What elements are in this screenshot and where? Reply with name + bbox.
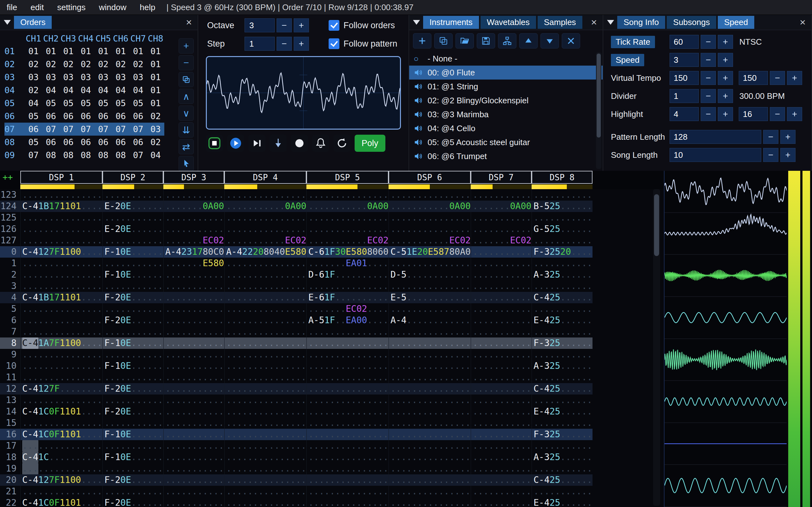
pattern-cell[interactable]: ............... [306, 463, 389, 474]
pattern-cell[interactable]: ........... [102, 280, 163, 292]
order-row[interactable]: 080506060606060602 [4, 135, 164, 149]
tab-orders[interactable]: Orders [14, 16, 52, 29]
divider-decrease-button[interactable] [701, 89, 716, 103]
highlight-second-decrease-button[interactable] [770, 107, 785, 121]
pattern-cell[interactable]: C-61F30E5808060 [306, 246, 389, 258]
save-instrument-floppy-icon[interactable] [477, 33, 495, 49]
pattern-cell[interactable]: ............... [224, 337, 306, 349]
order-row[interactable]: 060506060606060602 [4, 110, 164, 123]
pattern-cell[interactable]: ............... [389, 383, 471, 395]
pattern-cell[interactable]: ............... [306, 360, 389, 372]
pattern-cell[interactable]: ........... [102, 235, 163, 246]
speed-increase-button[interactable] [718, 53, 733, 67]
pattern-cell[interactable]: F-10E...... [102, 429, 163, 440]
pattern-cell[interactable]: ............... [20, 303, 102, 315]
pattern-cell[interactable]: F-10E...... [102, 246, 163, 258]
pattern-cell[interactable]: C-425...... [531, 474, 593, 486]
pattern-cell[interactable]: F-32520.... [531, 246, 593, 258]
pattern-cell[interactable]: ........... [163, 395, 224, 406]
virtual-tempo-den-decrease-button[interactable] [770, 71, 785, 85]
order-cell[interactable]: 01 [130, 45, 147, 58]
tab-instruments[interactable]: Instruments [423, 16, 479, 29]
follow-orders-checkbox[interactable] [328, 20, 339, 31]
pattern-cell[interactable]: ............... [224, 315, 306, 326]
pattern-cell[interactable]: ........... [471, 372, 531, 383]
order-cell[interactable]: 06 [42, 135, 60, 149]
pattern-cell[interactable]: ........... [531, 372, 593, 383]
octave-input[interactable]: 3 [245, 18, 275, 32]
pattern-cell[interactable]: ............... [20, 372, 102, 383]
tab-subsongs[interactable]: Subsongs [667, 16, 716, 29]
pattern-cell[interactable]: ............... [20, 463, 102, 474]
pattern-cell[interactable]: ........... [163, 383, 224, 395]
pattern-cell[interactable]: ........... [471, 497, 531, 507]
pattern-cell[interactable]: ...........EC02 [306, 235, 389, 246]
pattern-cell[interactable]: ............... [20, 212, 102, 223]
pattern-cell[interactable]: ............... [224, 486, 306, 497]
instrument-item[interactable]: 06: @6 Trumpet [409, 149, 603, 163]
pattern-cell[interactable]: ............... [389, 189, 471, 201]
pattern-cell[interactable]: ............... [224, 474, 306, 486]
order-cell[interactable]: 04 [130, 83, 147, 97]
collapse-arrow-icon[interactable] [413, 20, 420, 25]
menu-item-file[interactable]: file [0, 3, 24, 12]
pattern-cell[interactable]: ............... [20, 440, 102, 452]
order-cell[interactable]: 08 [42, 149, 60, 162]
pattern-cell[interactable]: ...........0A00 [389, 201, 471, 212]
order-cell[interactable]: 04 [77, 83, 95, 97]
pattern-scrollbar-thumb[interactable] [654, 194, 659, 256]
pattern-cell[interactable]: ........... [163, 337, 224, 349]
order-cell[interactable]: 04 [95, 83, 112, 97]
pattern-cell[interactable]: ............... [389, 406, 471, 417]
order-cell[interactable]: 02 [25, 58, 42, 71]
pattern-cell[interactable]: .......EC02 [163, 235, 224, 246]
pattern-cell[interactable]: ............... [224, 383, 306, 395]
pattern-cell[interactable]: ............... [389, 486, 471, 497]
order-cell[interactable]: 04 [25, 97, 42, 110]
pattern-cell[interactable]: F-10E...... [102, 337, 163, 349]
pattern-cell[interactable]: ........... [471, 440, 531, 452]
pattern-cell[interactable]: ............... [224, 280, 306, 292]
pattern-cell[interactable]: ........... [471, 337, 531, 349]
collapse-arrow-icon[interactable] [607, 20, 614, 25]
pattern-cell[interactable]: ............... [224, 223, 306, 235]
pattern-cell[interactable]: ............... [389, 463, 471, 474]
pattern-cell[interactable]: ........... [163, 497, 224, 507]
pattern-cell[interactable]: ............... [224, 258, 306, 269]
pattern-cell[interactable]: ........... [531, 280, 593, 292]
pattern-cell[interactable]: .......E580 [163, 258, 224, 269]
pattern-cell[interactable]: ............... [20, 486, 102, 497]
pattern-cell[interactable]: ........... [531, 258, 593, 269]
order-cell[interactable]: 06 [95, 110, 112, 123]
pattern-cell[interactable]: A-422208040E580 [224, 246, 306, 258]
order-cell[interactable]: 01 [147, 45, 164, 58]
pattern-cell[interactable]: ........... [471, 417, 531, 429]
order-cell[interactable]: 01 [95, 45, 112, 58]
pattern-cell[interactable]: ........... [531, 486, 593, 497]
pattern-cell[interactable]: A-325...... [531, 269, 593, 280]
pattern-cell[interactable]: ............... [389, 258, 471, 269]
pattern-cell[interactable]: ............... [20, 360, 102, 372]
order-cell[interactable]: 05 [42, 97, 60, 110]
pattern-cell[interactable]: ............... [389, 212, 471, 223]
order-cell[interactable]: 03 [112, 71, 130, 83]
pattern-cell[interactable]: ........... [471, 395, 531, 406]
instrument-item[interactable]: 05: @5 Acoustic steel guitar [409, 135, 603, 149]
pattern-cell[interactable]: ............... [224, 349, 306, 360]
order-cell[interactable]: 08 [60, 149, 77, 162]
pattern-cell[interactable]: ........... [102, 486, 163, 497]
pattern-cell[interactable]: ........... [102, 258, 163, 269]
order-cell[interactable]: 02 [60, 58, 77, 71]
pattern-cell[interactable]: ............... [306, 383, 389, 395]
pattern-cell[interactable]: ........... [471, 360, 531, 372]
pattern-cell[interactable]: ........... [531, 463, 593, 474]
pattern-cell[interactable]: ........... [102, 349, 163, 360]
pattern-cell[interactable]: ........... [471, 303, 531, 315]
pattern-cell[interactable]: ............... [306, 429, 389, 440]
order-row[interactable]: 010101010101010101 [4, 45, 164, 58]
pattern-cell[interactable]: ............... [306, 189, 389, 201]
order-cell[interactable]: 06 [130, 110, 147, 123]
add-instrument-button[interactable] [413, 33, 432, 49]
move-order-down-button[interactable]: ∨ [179, 106, 194, 121]
pattern-cell[interactable]: C-41C0F1101.... [20, 497, 102, 507]
